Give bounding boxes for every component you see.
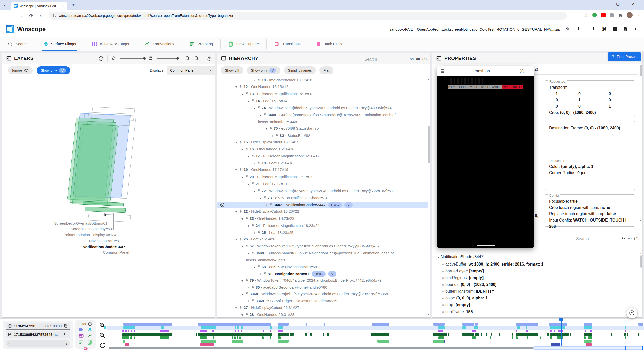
expand-caret-icon[interactable]: ▼ (258, 112, 263, 119)
url-bar[interactable]: winscope.teams.x20web.corp.google.com/pr… (49, 12, 567, 20)
copy-icon[interactable] (64, 332, 68, 337)
expand-caret-icon[interactable]: ▼ (240, 312, 245, 317)
expand-caret-icon[interactable]: ▼ (252, 188, 257, 195)
filter-presets-button[interactable]: Filter Presets (608, 52, 641, 61)
copy-icon[interactable] (64, 324, 68, 328)
pin-icon[interactable] (275, 134, 279, 137)
expand-caret-icon[interactable]: ▼ (264, 126, 269, 132)
scroll-up-icon[interactable]: ▲ (640, 252, 642, 255)
pin-icon[interactable] (263, 113, 267, 117)
docs-book-icon[interactable] (612, 26, 618, 32)
site-settings-icon[interactable] (52, 14, 56, 18)
pin-icon[interactable] (245, 313, 249, 316)
tree-node-13[interactable]: ▼13 - FullscreenMagnification:15:15#13 (217, 91, 428, 98)
timeline-reset-zoom-icon[interactable] (99, 342, 106, 349)
transitions-filter-icon[interactable] (83, 346, 88, 350)
reload-icon[interactable]: ⟳ (29, 13, 33, 19)
tree-node-21[interactable]: ▼21 - Leaf:17:17#21 (217, 181, 428, 188)
tree-node-16[interactable]: ▼16 - OneHanded:16:16#16 (217, 146, 428, 153)
tab-window-manager[interactable]: Window Manager (84, 37, 137, 51)
pin-icon[interactable] (269, 203, 273, 207)
tab-jank-cujs[interactable]: Jank CUJs (308, 37, 350, 51)
tree-node-79[interactable]: ▼79 - WindowToken{7046b4a type=2024 andr… (217, 277, 428, 284)
property-node[interactable]: crop: {empty} (432, 301, 639, 308)
property-node[interactable]: activeBuffer: w: 1080, h: 2400, stride: … (432, 261, 639, 268)
reset-view-icon[interactable] (207, 56, 212, 61)
next-frame-icon[interactable]: › (66, 341, 67, 346)
expand-caret-icon[interactable]: ▼ (246, 250, 251, 257)
tree-node-27[interactable]: ▼27 - HideDisplayCutout:26:31#27 (217, 304, 428, 311)
expand-caret-icon[interactable]: ▼ (240, 216, 245, 222)
extension-gray-icon[interactable] (610, 13, 614, 17)
shortcuts-icon[interactable]: ⌘ (601, 26, 607, 32)
pin-icon[interactable] (239, 85, 243, 89)
tree-node-15[interactable]: ▼15 - HideDisplayCutout:16:16#15 (217, 139, 428, 146)
match-word-icon[interactable]: ab (416, 57, 420, 61)
home-icon[interactable]: ⌂ (40, 13, 43, 18)
tree-node-72[interactable]: ▼72 - WindowToken{a2746de type=2040 andr… (217, 188, 428, 195)
property-node[interactable]: color: (0, 0, 0), alpha: 1 (432, 295, 639, 301)
bug-icon[interactable] (622, 26, 628, 32)
tab-search[interactable]: Search (0, 37, 35, 51)
3d-view-icon[interactable] (98, 56, 104, 61)
expand-caret-icon[interactable]: ▼ (240, 146, 245, 153)
protolog-filter-icon[interactable] (79, 340, 84, 345)
transition-screenshot-window[interactable]: transition ⓘ _ P: 0 / 1dX: 0.0dY: 0.0Xv:… (437, 66, 534, 248)
pin-icon[interactable] (263, 196, 267, 200)
expand-caret-icon[interactable]: ▼ (234, 84, 238, 91)
pin-icon[interactable] (245, 147, 249, 151)
frame-step-bar[interactable]: ‹ › (6, 340, 70, 347)
extension-green-icon[interactable] (592, 13, 597, 17)
expand-caret-icon[interactable]: ▼ (246, 181, 251, 188)
tree-node-23[interactable]: ▼23 - OneHanded:18:23#23 (217, 215, 428, 222)
rotation-slider[interactable] (120, 58, 144, 59)
tab-search-chevron-icon[interactable]: ⌄ (3, 3, 6, 6)
collapse-panel-icon[interactable] (221, 56, 226, 61)
window-manager-filter-icon[interactable] (79, 333, 84, 338)
pin-icon[interactable] (239, 210, 243, 213)
tab-close-icon[interactable]: ✕ (62, 4, 65, 8)
pin-icon[interactable] (245, 217, 249, 220)
youtube-extension-icon[interactable] (601, 13, 606, 17)
pin-icon[interactable] (239, 140, 243, 144)
simplify-names-button[interactable]: Simplify names (284, 66, 316, 74)
match-case-icon[interactable]: Aa (410, 57, 414, 61)
property-node[interactable]: currFrame: 155 (432, 308, 639, 315)
pin-icon[interactable] (251, 286, 255, 289)
tree-node-17[interactable]: ▼17 - FullscreenMagnification:16:16#17 (217, 153, 428, 160)
tree-node-74[interactable]: ▼74 - WindowToken{fdddbe6 type=2000 andr… (217, 105, 428, 112)
property-node[interactable]: dataspace: BT709 sRGB Full range (432, 315, 639, 317)
pin-icon[interactable] (245, 292, 249, 296)
tree-node-68[interactable]: ▼68 - 885b63e NavigationBar0#68 (217, 264, 428, 271)
tree-node-25[interactable]: 25 - Leaf:18:23#25 (217, 229, 428, 236)
browser-menu-kebab-icon[interactable]: ⋮ (637, 13, 641, 18)
pin-icon[interactable] (263, 272, 267, 276)
expand-caret-icon[interactable]: ▼ (240, 91, 245, 98)
properties-search-input[interactable]: Search (576, 234, 623, 243)
expand-caret-icon[interactable]: ▼ (234, 236, 238, 243)
zoom-out-icon[interactable] (194, 56, 199, 61)
tree-node-80[interactable]: 80 - ace6abb SecondaryHomeHandle0#80 (217, 284, 428, 291)
theme-toggle-icon[interactable]: ◐ (633, 26, 639, 32)
visibility-eye-icon[interactable] (220, 202, 225, 207)
expand-caret-icon[interactable]: ▼ (436, 254, 441, 261)
ns-field[interactable]: 1715339054227572545 ns (6, 331, 70, 338)
minimize-icon[interactable]: _ (528, 69, 530, 74)
edit-pencil-icon[interactable]: ✎ (565, 26, 571, 32)
collapse-filter-icon[interactable] (88, 322, 92, 326)
pin-icon[interactable] (251, 99, 255, 103)
pin-icon[interactable] (257, 265, 261, 269)
pin-icon[interactable] (239, 237, 243, 241)
tree-node-3368[interactable]: ▼3368 - WindowToken{f6b2f60 type=2024 an… (217, 291, 428, 298)
tree-node-3369[interactable]: 3369 - 67726bf EdgeBackGestureHandler0#3… (217, 298, 428, 304)
tree-node-12[interactable]: ▼12 - OneHanded:15:15#12 (217, 83, 428, 91)
scroll-down-icon[interactable]: ▼ (640, 219, 642, 222)
expand-caret-icon[interactable]: ▼ (234, 209, 238, 215)
match-word-icon[interactable]: ab (628, 236, 631, 240)
pin-icon[interactable] (257, 231, 261, 234)
pin-icon[interactable] (239, 306, 243, 309)
expand-caret-icon[interactable]: ▼ (234, 139, 238, 146)
pin-icon[interactable] (245, 175, 249, 179)
tree-node-73[interactable]: ▼73 - 8736138 NotificationShade#73 (217, 195, 428, 202)
timeline-zoom-in-icon[interactable] (99, 322, 106, 329)
